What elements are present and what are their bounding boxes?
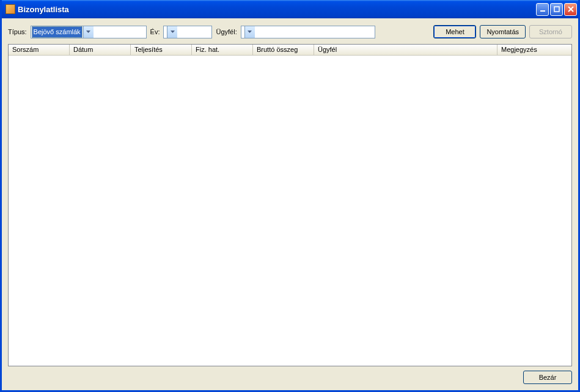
- client-area: Típus: Bejövő számlák Év: Ügyfél:: [2, 18, 578, 390]
- client-combobox[interactable]: [241, 26, 375, 38]
- svg-rect-0: [540, 10, 545, 12]
- svg-marker-5: [171, 31, 175, 33]
- grid-body: [9, 56, 571, 366]
- chevron-down-icon[interactable]: [83, 26, 94, 38]
- window: Bizonylatlista Típus: Bejövő számlák Év:: [0, 0, 580, 392]
- print-button[interactable]: Nyomtatás: [480, 25, 526, 38]
- grid-header: SorszámDátumTeljesítésFiz. hat.Bruttó ös…: [9, 45, 571, 56]
- window-controls: [536, 3, 577, 16]
- column-header[interactable]: Fiz. hat.: [192, 45, 253, 55]
- svg-marker-4: [86, 31, 90, 33]
- type-combobox[interactable]: Bejövő számlák: [31, 26, 147, 38]
- type-label: Típus:: [8, 28, 27, 35]
- footer: Bezár: [523, 371, 572, 384]
- year-label: Év:: [150, 28, 160, 35]
- storno-button: Sztornó: [529, 25, 572, 38]
- app-icon: [6, 4, 15, 14]
- minimize-button[interactable]: [536, 3, 549, 16]
- close-window-button[interactable]: Bezár: [523, 371, 572, 384]
- chevron-down-icon[interactable]: [167, 26, 177, 38]
- column-header[interactable]: Teljesítés: [131, 45, 192, 55]
- type-value: Bejövő számlák: [32, 26, 83, 38]
- year-combobox[interactable]: [163, 26, 212, 38]
- column-header[interactable]: Sorszám: [9, 45, 70, 55]
- filter-toolbar: Típus: Bejövő számlák Év: Ügyfél:: [8, 23, 572, 40]
- chevron-down-icon[interactable]: [244, 26, 255, 38]
- column-header[interactable]: Bruttó összeg: [253, 45, 314, 55]
- go-button[interactable]: Mehet: [433, 25, 476, 38]
- svg-marker-6: [248, 31, 252, 33]
- column-header[interactable]: Dátum: [70, 45, 131, 55]
- client-label: Ügyfél:: [216, 28, 237, 35]
- close-button[interactable]: [564, 3, 577, 16]
- data-grid[interactable]: SorszámDátumTeljesítésFiz. hat.Bruttó ös…: [8, 44, 572, 366]
- window-title: Bizonylatlista: [18, 5, 536, 14]
- column-header[interactable]: Megjegyzés: [497, 45, 571, 55]
- column-header[interactable]: Ügyfél: [314, 45, 497, 55]
- maximize-button[interactable]: [550, 3, 563, 16]
- svg-rect-1: [554, 7, 559, 12]
- titlebar: Bizonylatlista: [2, 0, 578, 18]
